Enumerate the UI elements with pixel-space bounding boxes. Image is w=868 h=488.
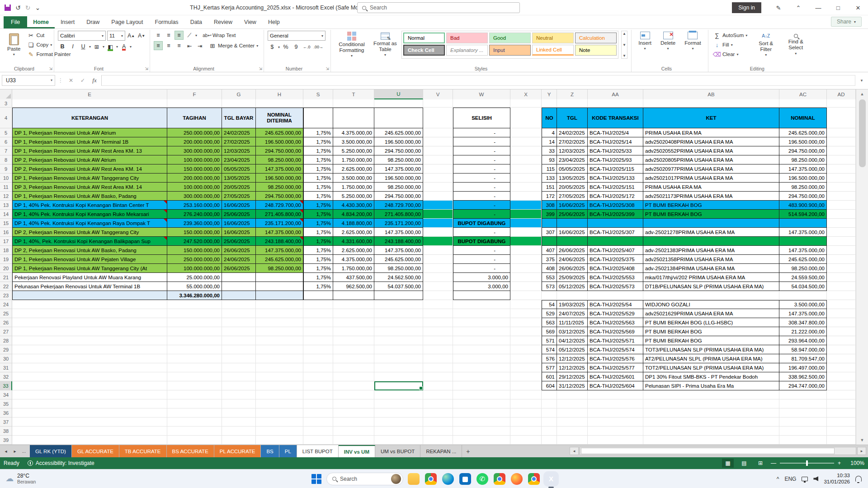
cell-F27[interactable] [167, 327, 222, 336]
cell-H25[interactable] [256, 309, 303, 318]
row-header-5[interactable]: 5 [0, 128, 12, 137]
cell-H35[interactable] [256, 399, 303, 408]
cell-V22[interactable] [423, 282, 453, 291]
sheet-nav-left-icon[interactable]: ◂ [2, 449, 10, 454]
cell-AD28[interactable] [827, 336, 856, 345]
cell-AD30[interactable] [827, 354, 856, 363]
row-header-15[interactable]: 15 [0, 219, 12, 228]
cell-H4[interactable]: NOMINAL DITERIMA [256, 108, 303, 128]
cell-U31[interactable] [374, 363, 423, 372]
cell-AA31[interactable]: BCA-THJ/2025/577 [588, 363, 643, 372]
cell-AB20[interactable]: adv-25021384PRIMA USAHA ERA MA [643, 264, 779, 273]
cell-T9[interactable]: 2.625.000,00 [333, 164, 374, 174]
comma-style-icon[interactable]: 9 [292, 42, 301, 52]
cell-W5[interactable]: - [453, 128, 510, 137]
cell-H32[interactable] [256, 372, 303, 381]
cell-F38[interactable] [167, 427, 222, 436]
cell-F36[interactable] [167, 408, 222, 418]
row-header-11[interactable]: 11 [0, 183, 12, 192]
font-name-combo[interactable]: Calibri▾ [58, 31, 106, 41]
cell-AB4[interactable]: KET [643, 108, 779, 128]
font-size-combo[interactable]: 11▾ [107, 31, 125, 41]
cell-AD35[interactable] [827, 399, 856, 408]
cell-AC6[interactable]: 196.500.000,00 [779, 137, 827, 146]
cell-Z11[interactable]: 20/05/2025 [557, 183, 588, 192]
cell-X37[interactable] [510, 418, 542, 427]
cell-AD26[interactable] [827, 318, 856, 327]
notification-bell-icon[interactable] [855, 476, 862, 482]
cell-F33[interactable] [167, 381, 222, 390]
normal-view-button[interactable]: ▦ [722, 459, 734, 468]
cell-AD27[interactable] [827, 327, 856, 336]
top-align-icon[interactable]: ≡ [154, 31, 163, 40]
align-left-icon[interactable]: ≡ [154, 41, 163, 50]
cell-W29[interactable] [453, 345, 510, 354]
cell-E12[interactable]: DP 1, Pekerjaan Renovasi Untuk AW Basko,… [12, 192, 167, 201]
cell-V3[interactable] [423, 99, 453, 108]
cell-V13[interactable] [423, 201, 453, 210]
cell-T15[interactable]: 4.188.800,00 [333, 219, 374, 228]
cell-AC29[interactable]: 58.947.000,00 [779, 345, 827, 354]
cell-E13[interactable]: DP 1, 40% Pek. Kontruksi Kopi Kenangan B… [12, 201, 167, 210]
cell-H22[interactable] [256, 282, 303, 291]
cell-U38[interactable] [374, 427, 423, 436]
cell-G4[interactable]: TGL BAYAR [222, 108, 256, 128]
cell-U8[interactable]: 98.250.000,00 [374, 155, 423, 164]
cell-T32[interactable] [333, 372, 374, 381]
cell-AA35[interactable] [588, 399, 643, 408]
cell-X32[interactable] [510, 372, 542, 381]
cell-G20[interactable]: 26/06/2025 [222, 264, 256, 273]
cell-G34[interactable] [222, 390, 256, 399]
cell-AD9[interactable] [827, 164, 856, 174]
cell-U18[interactable]: 147.375.000,00 [374, 246, 423, 255]
cell-V8[interactable] [423, 155, 453, 164]
cell-H9[interactable]: 147.375.000,00 [256, 164, 303, 174]
name-box-dropdown-icon[interactable]: ▾ [51, 78, 52, 82]
cell-S21[interactable]: 1,75% [303, 273, 333, 282]
cell-AA27[interactable]: BCA-THJ/2025/569 [588, 327, 643, 336]
cell-AB8[interactable]: adv25020805PRIMA USAHA ERA MA [643, 155, 779, 164]
store-icon[interactable] [459, 473, 471, 485]
cell-S8[interactable]: 1,75% [303, 155, 333, 164]
cell-T31[interactable] [333, 363, 374, 372]
row-header-14[interactable]: 14 [0, 210, 12, 219]
cell-W17[interactable]: BUPOT DIGABUNG [453, 237, 510, 246]
cell-AC13[interactable]: 483.900.900,00 [779, 201, 827, 210]
cell-E3[interactable] [12, 99, 167, 108]
cell-E10[interactable]: DP 1, Pekerjaan Renovasi Untuk AW Tangge… [12, 174, 167, 183]
cell-F18[interactable]: 150.000.000,00 [167, 246, 222, 255]
insert-cells-button[interactable]: Insert▾ [636, 31, 654, 52]
cell-AB13[interactable]: PT BUMI BERKAH BOG [643, 201, 779, 210]
cell-Y5[interactable]: 4 [542, 128, 557, 137]
cell-AA22[interactable]: BCA-THJ/2025/573 [588, 282, 643, 291]
cell-F26[interactable] [167, 318, 222, 327]
row-header-31[interactable]: 31 [0, 363, 12, 372]
cell-Z26[interactable]: 11/11/2025 [557, 318, 588, 327]
cell-AA17[interactable] [588, 237, 643, 246]
row-header-20[interactable]: 20 [0, 264, 12, 273]
cell-AC22[interactable]: 54.034.500,00 [779, 282, 827, 291]
cell-AC15[interactable] [779, 219, 827, 228]
cell-S22[interactable]: 1,75% [303, 282, 333, 291]
cell-AA23[interactable] [588, 291, 643, 300]
cell-X26[interactable] [510, 318, 542, 327]
fill-color-button[interactable]: ◧ [106, 42, 115, 51]
cell-AA38[interactable] [588, 427, 643, 436]
speaker-icon[interactable] [813, 476, 818, 481]
cell-Y24[interactable]: 54 [542, 300, 557, 309]
cell-G11[interactable]: 20/05/2025 [222, 183, 256, 192]
cell-E34[interactable] [12, 390, 167, 399]
cell-U25[interactable] [374, 309, 423, 318]
cell-H23[interactable] [256, 291, 303, 300]
column-header-U[interactable]: U [374, 89, 423, 99]
cell-AC19[interactable]: 245.625.000,00 [779, 255, 827, 264]
close-button[interactable]: ✕ [848, 0, 868, 15]
cell-V7[interactable] [423, 146, 453, 155]
cell-X23[interactable] [510, 291, 542, 300]
cell-E20[interactable]: DP 1, Pekerjaan Renovasi Untuk AW Tangge… [12, 264, 167, 273]
cell-AB11[interactable]: PRIMA USAHA ERA MA [643, 183, 779, 192]
align-right-icon[interactable]: ≡ [175, 41, 184, 50]
cell-Y34[interactable] [542, 390, 557, 399]
cell-S18[interactable]: 1,75% [303, 246, 333, 255]
cell-T35[interactable] [333, 399, 374, 408]
